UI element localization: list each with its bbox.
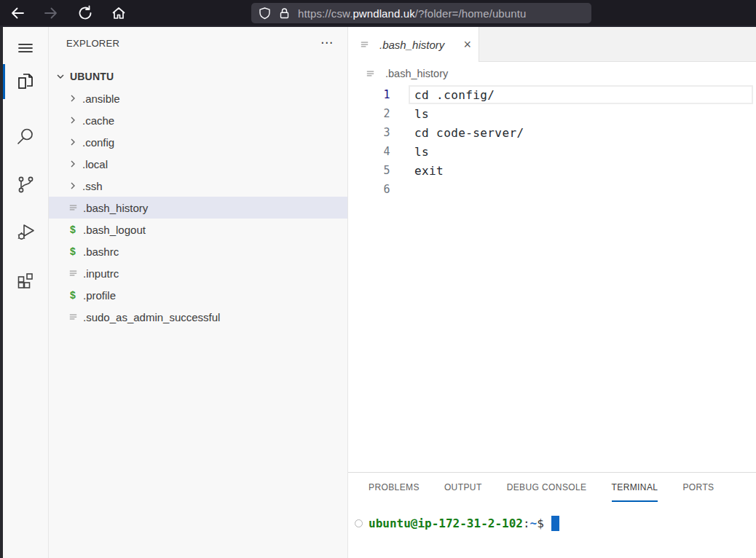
shell-file-icon: $ — [67, 245, 79, 257]
source-control-button[interactable] — [3, 167, 48, 202]
terminal-prompt-char: $ — [537, 516, 544, 530]
shell-file-icon: $ — [67, 224, 79, 235]
tree-folder-local[interactable]: .local — [49, 153, 347, 175]
run-debug-button[interactable] — [3, 214, 48, 249]
lock-icon[interactable] — [278, 7, 291, 20]
text-file-icon — [67, 202, 79, 213]
url-text: https://csw.pwndland.uk/?folder=/home/ub… — [298, 7, 526, 20]
code-editor[interactable]: 1 cd .config/ 2 ls 3 cd code-server/ 4 l… — [348, 85, 756, 199]
url-path: /?folder=/home/ubuntu — [415, 7, 527, 20]
sidebar-title: EXPLORER — [66, 38, 119, 49]
chevron-right-icon — [67, 114, 79, 126]
close-icon[interactable]: × — [463, 39, 471, 50]
chevron-down-icon — [55, 71, 66, 82]
chevron-right-icon — [67, 180, 79, 192]
terminal[interactable]: ubuntu@ip-172-31-2-102:~$ — [348, 516, 756, 531]
menu-button[interactable] — [3, 31, 48, 66]
file-label: .bash_logout — [83, 224, 146, 236]
more-actions-button[interactable]: ⋯ — [320, 39, 333, 47]
tab-strip: .bash_history × — [348, 27, 756, 62]
file-tree: UBUNTU .ansible .cache .config .local .s… — [49, 66, 347, 328]
tree-file-bash-logout[interactable]: $ .bash_logout — [49, 219, 347, 240]
back-icon[interactable] — [9, 5, 25, 21]
bottom-panel: PROBLEMS OUTPUT DEBUG CONSOLE TERMINAL P… — [348, 472, 756, 558]
tree-folder-ssh[interactable]: .ssh — [49, 175, 347, 197]
tab-bash-history[interactable]: .bash_history × — [348, 27, 479, 62]
home-icon[interactable] — [111, 5, 127, 21]
panel-tabs: PROBLEMS OUTPUT DEBUG CONSOLE TERMINAL P… — [348, 473, 756, 502]
chevron-right-icon — [67, 136, 79, 148]
url-domain: pwndland.uk — [353, 7, 414, 20]
folder-label: .config — [82, 136, 114, 149]
forward-icon[interactable] — [43, 5, 59, 21]
browser-toolbar: https://csw.pwndland.uk/?folder=/home/ub… — [0, 0, 756, 27]
command-decoration-icon[interactable] — [355, 519, 363, 527]
line-number: 6 — [348, 183, 390, 196]
tab-problems[interactable]: PROBLEMS — [369, 473, 420, 502]
code-line[interactable]: 4 ls — [348, 142, 756, 161]
sidebar-header: EXPLORER ⋯ — [49, 27, 347, 59]
line-text: ls — [390, 145, 429, 159]
url-bar[interactable]: https://csw.pwndland.uk/?folder=/home/ub… — [251, 3, 591, 23]
search-icon — [15, 125, 36, 147]
tree-folder-cache[interactable]: .cache — [49, 109, 347, 131]
editor-group: .bash_history × .bash_history 1 cd .conf… — [347, 27, 756, 558]
code-line[interactable]: 5 exit — [348, 161, 756, 180]
terminal-cwd: ~ — [530, 516, 538, 530]
tab-label: .bash_history — [379, 39, 460, 51]
file-label: .profile — [83, 289, 116, 302]
file-label: .inputrc — [83, 267, 119, 280]
tab-debug-console[interactable]: DEBUG CONSOLE — [507, 473, 587, 502]
tab-output[interactable]: OUTPUT — [444, 473, 482, 502]
tree-file-profile[interactable]: $ .profile — [49, 284, 347, 306]
line-number: 1 — [348, 88, 390, 101]
explorer-sidebar: EXPLORER ⋯ UBUNTU .ansible .cache .confi… — [49, 27, 347, 558]
folder-label: .cache — [82, 114, 114, 127]
chevron-right-icon — [67, 93, 79, 104]
tree-root-label: UBUNTU — [70, 71, 114, 82]
line-number: 3 — [348, 126, 390, 139]
activity-bar — [3, 27, 49, 558]
folder-label: .local — [82, 158, 108, 170]
code-line[interactable]: 1 cd .config/ — [348, 85, 756, 104]
tree-file-bashrc[interactable]: $ .bashrc — [49, 240, 347, 262]
extensions-button[interactable] — [3, 262, 48, 297]
tree-file-sudo-as-admin-successful[interactable]: .sudo_as_admin_successful — [49, 306, 347, 328]
line-text: exit — [390, 164, 444, 178]
text-file-icon — [67, 267, 79, 279]
code-line[interactable]: 2 ls — [348, 104, 756, 123]
folder-label: .ssh — [82, 180, 103, 192]
code-line[interactable]: 3 cd code-server/ — [348, 123, 756, 142]
explorer-button[interactable] — [3, 64, 48, 99]
code-line[interactable]: 6 — [348, 180, 756, 199]
files-icon — [15, 71, 36, 93]
reload-icon[interactable] — [77, 5, 93, 21]
shell-file-icon: $ — [67, 289, 79, 301]
file-label: .sudo_as_admin_successful — [83, 311, 220, 323]
extensions-icon — [15, 269, 36, 291]
line-text: cd code-server/ — [390, 126, 524, 140]
search-button[interactable] — [3, 119, 48, 154]
tab-terminal[interactable]: TERMINAL — [612, 473, 658, 502]
file-label: .bashrc — [83, 245, 119, 258]
breadcrumb[interactable]: .bash_history — [348, 62, 756, 85]
terminal-user-host: ubuntu@ip-172-31-2-102 — [369, 516, 523, 530]
run-debug-icon — [15, 221, 36, 243]
terminal-cursor — [551, 516, 559, 531]
text-file-icon — [67, 311, 79, 323]
tree-file-bash-history[interactable]: .bash_history — [49, 197, 347, 219]
tree-root-ubuntu[interactable]: UBUNTU — [49, 66, 347, 87]
chevron-right-icon — [67, 158, 79, 170]
tree-file-inputrc[interactable]: .inputrc — [49, 262, 347, 284]
file-label: .bash_history — [83, 202, 148, 214]
tree-folder-config[interactable]: .config — [49, 131, 347, 153]
tree-folder-ansible[interactable]: .ansible — [49, 87, 347, 109]
page: https://csw.pwndland.uk/?folder=/home/ub… — [0, 0, 756, 558]
line-text: cd .config/ — [390, 88, 495, 102]
url-prefix: https://csw. — [298, 7, 353, 20]
shield-icon[interactable] — [259, 7, 271, 20]
source-control-icon — [15, 173, 36, 195]
breadcrumb-item: .bash_history — [385, 68, 448, 79]
tab-ports[interactable]: PORTS — [682, 473, 714, 502]
text-file-icon — [364, 68, 376, 79]
